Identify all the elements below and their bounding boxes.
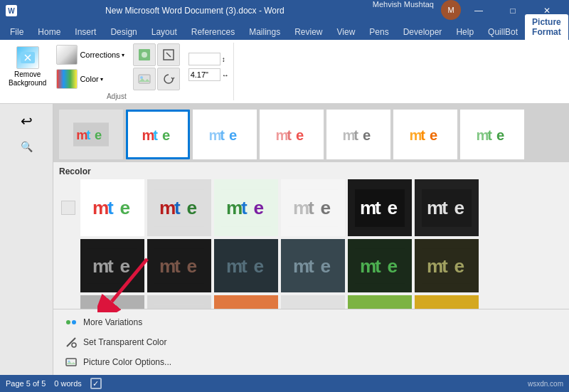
compress-pictures-button[interactable] <box>157 43 180 66</box>
svg-text:m: m <box>226 255 243 277</box>
recolor-swatch-2-5[interactable]: mte <box>348 239 412 292</box>
width-unit: ↔ <box>222 71 229 79</box>
change-picture-button[interactable] <box>133 68 156 90</box>
corrections-color-group: Corrections ▾ Color ▾ <box>53 43 127 90</box>
svg-point-110 <box>72 343 76 347</box>
recolor-swatch-1-5[interactable]: mte <box>348 179 412 236</box>
top-swatch-5[interactable]: mte <box>393 110 457 159</box>
undo-button[interactable]: ↩ <box>4 110 50 132</box>
recolor-swatch-2-3[interactable]: mte <box>214 239 278 292</box>
corrections-label: Corrections <box>80 51 119 59</box>
top-swatch-1[interactable]: mte <box>126 110 190 159</box>
svg-rect-111 <box>66 359 76 366</box>
artistic-effects-button[interactable] <box>133 43 156 66</box>
svg-text:e: e <box>454 197 465 218</box>
word-logo-icon: W <box>6 5 17 16</box>
color-button[interactable]: Color ▾ <box>53 68 127 90</box>
tab-references[interactable]: References <box>184 24 242 40</box>
user-name: Mehvish Mushtaq <box>373 0 434 21</box>
page-count: Page 5 of 5 <box>6 379 46 388</box>
svg-text:t: t <box>353 127 358 142</box>
svg-text:m: m <box>427 197 443 218</box>
height-unit: ↕ <box>222 55 225 63</box>
svg-point-108 <box>66 320 70 324</box>
height-input[interactable] <box>188 53 220 65</box>
svg-text:e: e <box>454 255 465 277</box>
tab-home[interactable]: Home <box>31 24 68 40</box>
more-variations-item[interactable]: More Variations <box>53 312 569 332</box>
svg-text:e: e <box>162 127 170 142</box>
tab-insert[interactable]: Insert <box>68 24 103 40</box>
top-swatch-3[interactable]: mte <box>260 110 324 159</box>
svg-text:t: t <box>420 127 425 142</box>
remove-background-button[interactable]: RemoveBackground <box>4 43 50 90</box>
proofing-icon[interactable]: ✓ <box>90 378 102 389</box>
svg-text:t: t <box>107 197 114 218</box>
tab-review[interactable]: Review <box>287 24 329 40</box>
width-input[interactable] <box>188 68 220 81</box>
tab-quillbot[interactable]: QuillBot <box>481 24 525 40</box>
tab-view[interactable]: View <box>330 24 363 40</box>
svg-text:m: m <box>159 197 176 218</box>
corrections-arrow-icon: ▾ <box>122 52 124 58</box>
ribbon-icon-row2 <box>133 68 180 90</box>
svg-text:t: t <box>375 197 381 218</box>
svg-text:e: e <box>187 255 198 277</box>
recolor-row1-icon <box>59 179 78 236</box>
height-input-group: ↕ <box>188 53 229 65</box>
tab-design[interactable]: Design <box>103 24 144 40</box>
app-wrapper: W New Microsoft Word Document (3).docx -… <box>0 0 569 392</box>
tab-picture-format[interactable]: Picture Format <box>525 14 568 40</box>
width-input-group: ↔ <box>188 68 229 81</box>
tab-file[interactable]: File <box>3 24 31 40</box>
top-swatch-6[interactable]: mte <box>460 110 524 159</box>
svg-text:e: e <box>496 127 504 142</box>
reset-picture-button[interactable] <box>157 68 180 90</box>
remove-background-icon <box>16 46 39 69</box>
svg-text:t: t <box>308 197 314 218</box>
minimize-button[interactable]: — <box>462 0 495 21</box>
svg-point-109 <box>72 320 76 324</box>
tab-layout[interactable]: Layout <box>144 24 184 40</box>
recolor-swatch-1-3[interactable]: mte <box>214 179 278 236</box>
recolor-swatch-1-1[interactable]: mte <box>80 179 144 236</box>
recolor-swatch-1-4[interactable]: mte <box>281 179 345 236</box>
top-swatch-2[interactable]: mte <box>193 110 257 159</box>
content-wrapper: ↩ 🔍 mte mte <box>0 104 569 375</box>
recolor-swatch-2-6[interactable]: mte <box>415 239 479 292</box>
recolor-swatch-1-6[interactable]: mte <box>415 179 479 236</box>
color-arrow-icon: ▾ <box>100 76 103 83</box>
recolor-swatch-2-2[interactable]: mte <box>147 239 211 292</box>
set-transparent-color-item[interactable]: Set Transparent Color <box>53 332 569 352</box>
recolor-swatch-2-4[interactable]: mte <box>281 239 345 292</box>
picture-color-options-item[interactable]: Picture Color Options... <box>53 352 569 372</box>
recolor-placeholder-icon <box>61 201 75 215</box>
ribbon-icon-row1 <box>133 43 180 66</box>
tab-mailings[interactable]: Mailings <box>242 24 287 40</box>
maximize-button[interactable]: □ <box>496 0 529 21</box>
view-options-icon: 🔍 <box>21 141 33 152</box>
tab-developer[interactable]: Developer <box>396 24 450 40</box>
svg-text:e: e <box>430 127 437 142</box>
svg-text:t: t <box>487 127 492 142</box>
svg-text:m: m <box>226 197 243 218</box>
picture-color-options-label: Picture Color Options... <box>83 357 171 367</box>
top-swatch-4[interactable]: mte <box>326 110 390 159</box>
svg-text:m: m <box>360 197 376 218</box>
view-options-button[interactable]: 🔍 <box>4 138 50 155</box>
title-bar: W New Microsoft Word Document (3).docx -… <box>0 0 569 21</box>
sidebar: ↩ 🔍 <box>0 104 53 375</box>
svg-text:t: t <box>442 197 448 218</box>
svg-text:t: t <box>375 255 381 277</box>
more-variations-label: More Variations <box>83 317 142 327</box>
tab-pens[interactable]: Pens <box>362 24 395 40</box>
svg-point-2 <box>142 52 147 58</box>
tab-help[interactable]: Help <box>449 24 481 40</box>
no-recolor-swatch[interactable]: mte <box>59 110 123 159</box>
transparent-color-icon <box>65 336 78 349</box>
ribbon-group-content-adjust: RemoveBackground Corrections ▾ Color ▾ <box>4 43 229 91</box>
svg-text:t: t <box>174 197 181 218</box>
recolor-swatch-1-2[interactable]: mte <box>147 179 211 236</box>
svg-text:m: m <box>159 255 176 277</box>
corrections-button[interactable]: Corrections ▾ <box>53 43 127 66</box>
